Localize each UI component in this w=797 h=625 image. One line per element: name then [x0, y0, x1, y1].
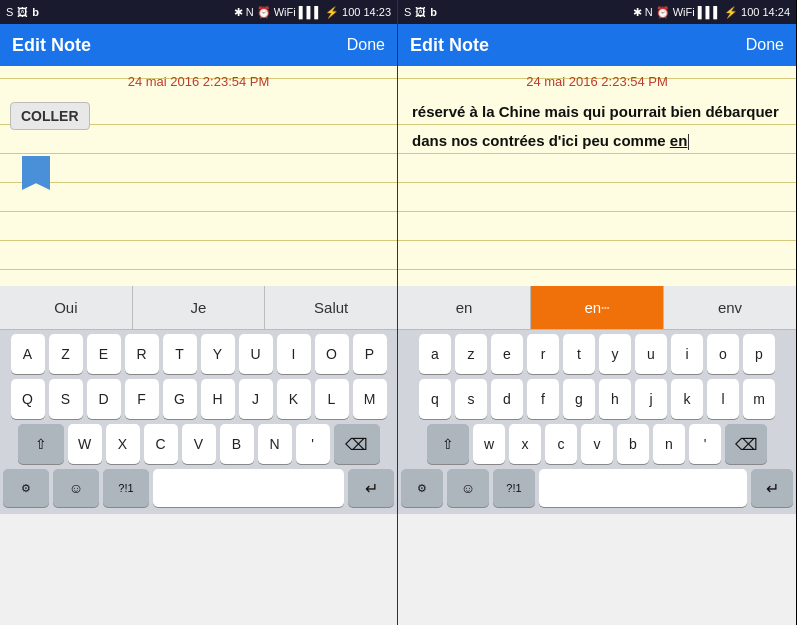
left-note-area[interactable]: 24 mai 2016 2:23:54 PM COLLER [0, 66, 397, 286]
left-suggestions-bar: Oui Je Salut [0, 286, 397, 330]
right-note-content[interactable]: réservé à la Chine mais qui pourrait bie… [398, 93, 796, 155]
key-C[interactable]: C [144, 424, 178, 464]
right-key-r[interactable]: r [527, 334, 559, 374]
right-key-y[interactable]: y [599, 334, 631, 374]
right-note-area[interactable]: 24 mai 2016 2:23:54 PM réservé à la Chin… [398, 66, 796, 286]
key-G[interactable]: G [163, 379, 197, 419]
left-settings-key[interactable]: ⚙ [3, 469, 49, 507]
right-settings-key[interactable]: ⚙ [401, 469, 443, 507]
right-key-e[interactable]: e [491, 334, 523, 374]
img-icon: 🖼 [17, 6, 28, 18]
right-keyboard-rows: a z e r t y u i o p q s d f g h j k [398, 330, 796, 514]
left-key-row-1: A Z E R T Y U I O P [3, 334, 394, 374]
right-backspace-key[interactable]: ⌫ [725, 424, 767, 464]
left-suggestion-2[interactable]: Salut [265, 286, 397, 329]
right-key-row-2: q s d f g h j k l m [401, 379, 793, 419]
right-key-q[interactable]: q [419, 379, 451, 419]
key-I[interactable]: I [277, 334, 311, 374]
left-enter-key[interactable]: ↵ [348, 469, 394, 507]
right-key-h[interactable]: h [599, 379, 631, 419]
right-key-v[interactable]: v [581, 424, 613, 464]
right-key-g[interactable]: g [563, 379, 595, 419]
key-R[interactable]: R [125, 334, 159, 374]
right-key-x[interactable]: x [509, 424, 541, 464]
right-key-l[interactable]: l [707, 379, 739, 419]
key-apostrophe[interactable]: ' [296, 424, 330, 464]
right-key-row-1: a z e r t y u i o p [401, 334, 793, 374]
key-N[interactable]: N [258, 424, 292, 464]
right-key-a[interactable]: a [419, 334, 451, 374]
left-space-key[interactable] [153, 469, 344, 507]
right-key-b[interactable]: b [617, 424, 649, 464]
right-key-n[interactable]: n [653, 424, 685, 464]
right-emoji-key[interactable]: ☺ [447, 469, 489, 507]
right-special-chars-key[interactable]: ?!1 [493, 469, 535, 507]
key-A[interactable]: A [11, 334, 45, 374]
right-key-d[interactable]: d [491, 379, 523, 419]
left-shift-key[interactable]: ⇧ [18, 424, 64, 464]
key-U[interactable]: U [239, 334, 273, 374]
right-suggestion-1[interactable]: en ••• [531, 286, 664, 329]
key-H[interactable]: H [201, 379, 235, 419]
b-icon: b [32, 6, 39, 18]
right-key-t[interactable]: t [563, 334, 595, 374]
right-suggestion-2[interactable]: env [664, 286, 796, 329]
right-edit-note-title: Edit Note [410, 35, 489, 56]
right-space-key[interactable] [539, 469, 747, 507]
left-done-button[interactable]: Done [347, 36, 385, 54]
key-F[interactable]: F [125, 379, 159, 419]
left-backspace-key[interactable]: ⌫ [334, 424, 380, 464]
key-O[interactable]: O [315, 334, 349, 374]
right-signal-bars-icon: ▌▌▌ [698, 6, 721, 18]
key-K[interactable]: K [277, 379, 311, 419]
right-done-button[interactable]: Done [746, 36, 784, 54]
key-J[interactable]: J [239, 379, 273, 419]
key-M[interactable]: M [353, 379, 387, 419]
left-note-date: 24 mai 2016 2:23:54 PM [0, 66, 397, 93]
right-key-j[interactable]: j [635, 379, 667, 419]
right-key-k[interactable]: k [671, 379, 703, 419]
key-E[interactable]: E [87, 334, 121, 374]
key-D[interactable]: D [87, 379, 121, 419]
right-key-c[interactable]: c [545, 424, 577, 464]
left-emoji-key[interactable]: ☺ [53, 469, 99, 507]
paste-button[interactable]: COLLER [10, 102, 90, 130]
key-Q[interactable]: Q [11, 379, 45, 419]
right-bluetooth-icon: ✱ [633, 6, 642, 19]
right-enter-key[interactable]: ↵ [751, 469, 793, 507]
left-time: 14:23 [363, 6, 391, 18]
left-suggestion-1[interactable]: Je [133, 286, 266, 329]
right-wifi-icon: WiFi [673, 6, 695, 18]
right-status-icons: S 🖼 b [404, 6, 437, 18]
key-S[interactable]: S [49, 379, 83, 419]
right-key-apostrophe[interactable]: ' [689, 424, 721, 464]
right-key-o[interactable]: o [707, 334, 739, 374]
key-P[interactable]: P [353, 334, 387, 374]
key-V[interactable]: V [182, 424, 216, 464]
right-key-p[interactable]: p [743, 334, 775, 374]
key-B[interactable]: B [220, 424, 254, 464]
right-shift-key[interactable]: ⇧ [427, 424, 469, 464]
right-img-icon: 🖼 [415, 6, 426, 18]
right-key-f[interactable]: f [527, 379, 559, 419]
right-key-u[interactable]: u [635, 334, 667, 374]
right-key-z[interactable]: z [455, 334, 487, 374]
right-key-m[interactable]: m [743, 379, 775, 419]
right-suggestion-0[interactable]: en [398, 286, 531, 329]
left-special-chars-key[interactable]: ?!1 [103, 469, 149, 507]
right-title-bar: Edit Note Done [398, 24, 796, 66]
key-T[interactable]: T [163, 334, 197, 374]
left-suggestion-0[interactable]: Oui [0, 286, 133, 329]
key-L[interactable]: L [315, 379, 349, 419]
right-key-i[interactable]: i [671, 334, 703, 374]
right-key-s[interactable]: s [455, 379, 487, 419]
note-current-word: en [670, 132, 688, 149]
key-Y[interactable]: Y [201, 334, 235, 374]
key-W[interactable]: W [68, 424, 102, 464]
right-key-w[interactable]: w [473, 424, 505, 464]
left-status-bar: S 🖼 b ✱ N ⏰ WiFi ▌▌▌ ⚡ 100 14:23 [0, 0, 397, 24]
nfc-icon: N [246, 6, 254, 18]
right-key-row-3: ⇧ w x c v b n ' ⌫ [401, 424, 793, 464]
key-X[interactable]: X [106, 424, 140, 464]
key-Z[interactable]: Z [49, 334, 83, 374]
